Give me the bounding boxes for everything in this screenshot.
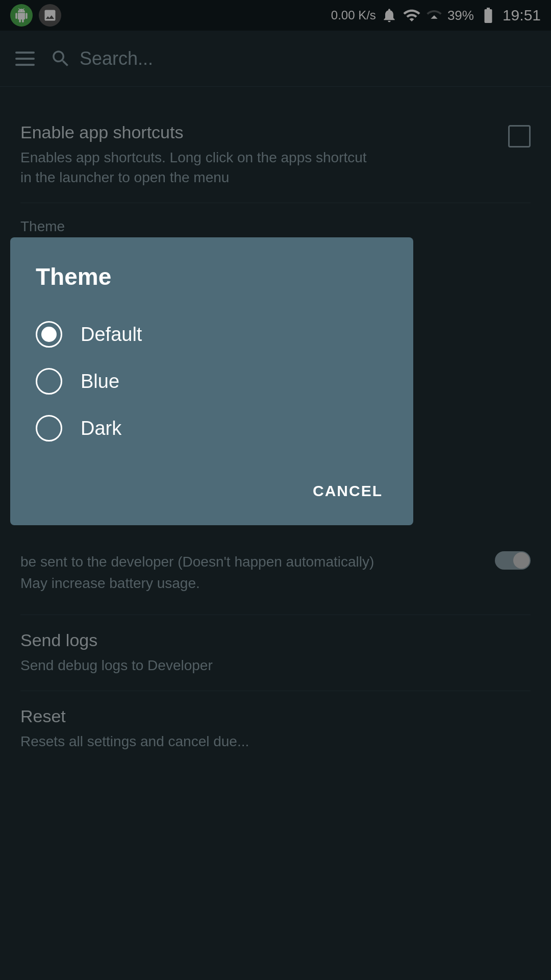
radio-default[interactable] [36,321,62,348]
dialog-title: Theme [36,263,388,290]
theme-option-dark[interactable]: Dark [36,405,388,452]
dialog-actions: CANCEL [36,452,388,510]
cancel-button[interactable]: CANCEL [308,472,388,510]
theme-option-default[interactable]: Default [36,311,388,358]
theme-label-dark: Dark [81,418,121,439]
theme-dialog: Theme Default Blue Dark CANCEL [10,237,413,525]
theme-label-blue: Blue [81,371,119,393]
theme-option-blue[interactable]: Blue [36,358,388,405]
radio-blue[interactable] [36,368,62,395]
radio-dark[interactable] [36,415,62,442]
theme-label-default: Default [81,324,142,346]
